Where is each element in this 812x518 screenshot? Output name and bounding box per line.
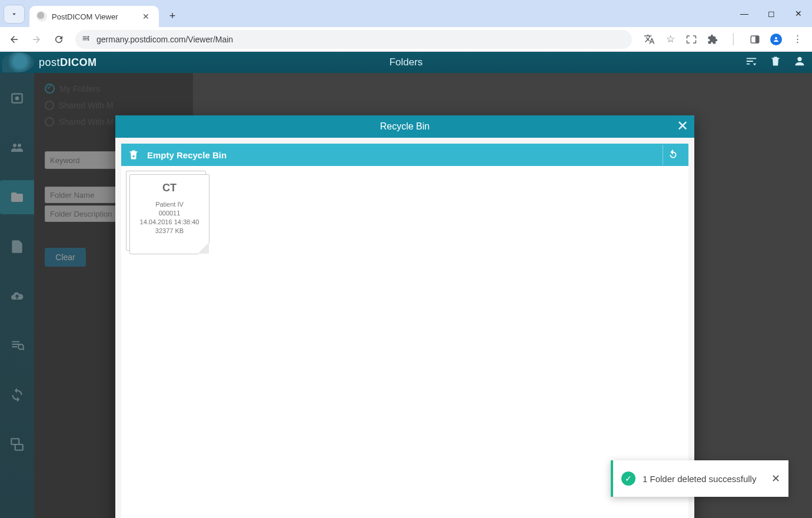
arrow-right-icon bbox=[31, 34, 42, 45]
reload-icon bbox=[54, 34, 64, 45]
success-toast: ✓ 1 Folder deleted successfully ✕ bbox=[611, 460, 788, 497]
svg-point-1 bbox=[88, 39, 89, 41]
bookmark-star-icon[interactable]: ☆ bbox=[660, 30, 680, 49]
avatar-icon bbox=[770, 34, 782, 45]
nav-reload-button[interactable] bbox=[49, 30, 68, 49]
window-controls: ― ◻ ✕ bbox=[731, 0, 812, 27]
item-datetime: 14.04.2016 14:38:40 bbox=[140, 218, 199, 227]
sidepanel-icon[interactable] bbox=[745, 30, 765, 49]
extensions-icon[interactable] bbox=[703, 30, 723, 49]
profile-button[interactable] bbox=[766, 30, 786, 49]
toast-close-button[interactable]: ✕ bbox=[771, 472, 780, 485]
chevron-down-icon bbox=[10, 10, 18, 18]
browser-titlebar: PostDICOM Viewer ✕ + ― ◻ ✕ bbox=[0, 0, 812, 27]
tab-close-button[interactable]: ✕ bbox=[140, 12, 152, 21]
window-close-button[interactable]: ✕ bbox=[785, 0, 812, 27]
sort-icon[interactable] bbox=[745, 55, 758, 71]
modal-action-bar: Empty Recycle Bin bbox=[121, 144, 688, 166]
recycle-items-grid: CT Patient IV 000011 14.04.2016 14:38:40… bbox=[121, 166, 688, 518]
tab-title: PostDICOM Viewer bbox=[52, 12, 140, 21]
empty-recycle-bin-button[interactable]: Empty Recycle Bin bbox=[147, 150, 663, 160]
check-circle-icon: ✓ bbox=[621, 471, 635, 486]
browser-tab[interactable]: PostDICOM Viewer ✕ bbox=[29, 6, 159, 27]
item-size: 32377 KB bbox=[155, 227, 184, 235]
tab-search-dropdown[interactable] bbox=[4, 5, 25, 24]
recycle-bin-modal: Recycle Bin ✕ Empty Recycle Bin CT Patie… bbox=[115, 115, 694, 518]
item-patient: Patient IV bbox=[155, 200, 184, 209]
modal-body: Empty Recycle Bin CT Patient IV 000011 1… bbox=[121, 144, 688, 518]
globe-icon bbox=[2, 52, 34, 72]
window-minimize-button[interactable]: ― bbox=[731, 0, 758, 27]
window-maximize-button[interactable]: ◻ bbox=[758, 0, 785, 27]
item-modality: CT bbox=[162, 182, 177, 194]
chrome-menu-button[interactable]: ⋮ bbox=[787, 30, 807, 49]
app-viewport: postDICOM Folders My Folders Shared With… bbox=[0, 52, 812, 518]
modal-header: Recycle Bin ✕ bbox=[115, 115, 694, 138]
page-title: Folders bbox=[390, 57, 423, 68]
new-tab-button[interactable]: + bbox=[164, 7, 181, 25]
user-icon[interactable] bbox=[793, 55, 806, 71]
address-bar[interactable]: germany.postdicom.com/Viewer/Main bbox=[75, 30, 632, 49]
modal-refresh-button[interactable] bbox=[663, 145, 683, 165]
app-header: postDICOM Folders bbox=[0, 52, 812, 73]
svg-point-9 bbox=[132, 155, 134, 157]
svg-rect-3 bbox=[756, 36, 759, 43]
modal-title: Recycle Bin bbox=[380, 121, 430, 132]
arrow-left-icon bbox=[9, 34, 19, 45]
deleted-item-card[interactable]: CT Patient IV 000011 14.04.2016 14:38:40… bbox=[129, 174, 212, 259]
modal-close-button[interactable]: ✕ bbox=[677, 118, 688, 134]
nav-back-button[interactable] bbox=[5, 30, 24, 49]
recycle-bin-icon[interactable] bbox=[770, 55, 781, 71]
address-url: germany.postdicom.com/Viewer/Main bbox=[96, 35, 626, 44]
logo-text: postDICOM bbox=[39, 57, 97, 69]
app-logo[interactable]: postDICOM bbox=[0, 52, 97, 72]
item-pid: 000011 bbox=[159, 209, 181, 218]
browser-toolbar: germany.postdicom.com/Viewer/Main ☆ │ ⋮ bbox=[0, 27, 812, 52]
site-settings-icon[interactable] bbox=[81, 34, 91, 45]
toolbar-separator: │ bbox=[724, 30, 744, 49]
toast-message: 1 Folder deleted successfully bbox=[643, 474, 764, 484]
trash-icon bbox=[127, 147, 140, 162]
nav-forward-button[interactable] bbox=[27, 30, 46, 49]
screenshot-icon[interactable] bbox=[681, 30, 701, 49]
card-front: CT Patient IV 000011 14.04.2016 14:38:40… bbox=[129, 174, 209, 254]
tab-favicon bbox=[36, 11, 47, 22]
browser-chrome: PostDICOM Viewer ✕ + ― ◻ ✕ germany.postd… bbox=[0, 0, 812, 52]
svg-point-0 bbox=[88, 36, 89, 38]
translate-icon[interactable] bbox=[639, 30, 659, 49]
